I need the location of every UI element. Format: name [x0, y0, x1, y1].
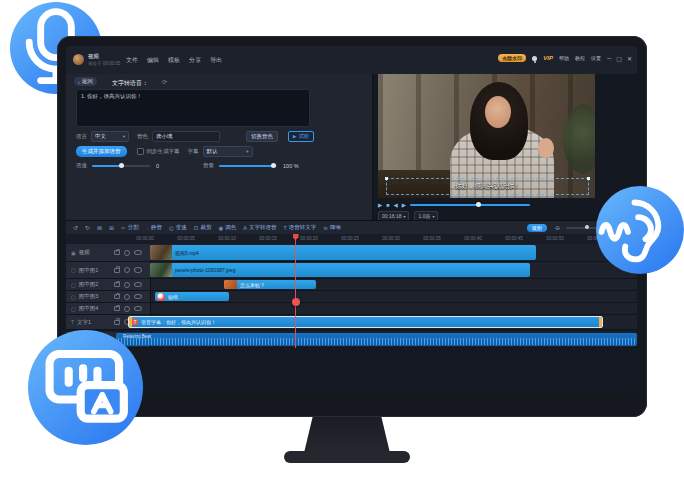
lock-icon[interactable]	[114, 320, 120, 325]
seek-slider[interactable]	[410, 204, 530, 206]
denoise-button[interactable]: ≋ 降噪	[323, 224, 341, 231]
clip-trim-handle-right[interactable]	[599, 317, 602, 327]
timeline-zoom-slider[interactable]	[566, 227, 596, 229]
lock-icon[interactable]	[114, 294, 120, 299]
duplicate-icon[interactable]: ⊞	[109, 224, 114, 231]
prev-frame-button[interactable]: ◀	[394, 202, 398, 208]
lock-icon[interactable]	[114, 306, 120, 311]
sync-subtitle-checkbox[interactable]	[137, 148, 144, 155]
scissors-icon: ✂	[121, 225, 126, 231]
menu-item-tutorial[interactable]: 教程	[575, 55, 585, 61]
track-header-pip3[interactable]: ▢ 图中图3	[66, 291, 151, 302]
text-to-speech-button[interactable]: A 文字转语音	[243, 224, 276, 231]
speed-slider[interactable]	[92, 165, 150, 167]
video-preview[interactable]: 你好，很高兴认识你！	[378, 74, 595, 198]
change-voice-button[interactable]: 切换音色	[246, 131, 278, 142]
track-header-pip1[interactable]: ▢ 图中图1	[66, 262, 151, 278]
stop-button[interactable]: ■	[386, 202, 389, 208]
tts-panel: ‹ 返回 文字转语音： ⟳ 1. 你好，很高兴认识你！ 语言 中文 ▾ 音色 龚…	[66, 74, 373, 220]
clip-subtitle-selected[interactable]: T 语音字幕：你好，很高兴认识你！	[128, 316, 603, 328]
generate-voice-button[interactable]: 生成并添加语音	[76, 146, 127, 157]
menu-item-file[interactable]: 文件	[126, 56, 138, 65]
voice-label: 音色	[137, 133, 148, 140]
clip-pip3-sticker[interactable]: 贴纸	[155, 292, 229, 301]
refresh-icon[interactable]: ⟳	[162, 78, 167, 85]
track-header-video[interactable]: ▣ 视频	[66, 244, 151, 261]
selection-handle[interactable]	[385, 177, 388, 180]
playhead-marker[interactable]	[292, 298, 300, 306]
clip-label: 语音字幕：你好，很高兴认识你！	[141, 319, 216, 325]
selection-handle[interactable]	[587, 177, 590, 180]
preview-voice-button[interactable]: ▶ 试听	[288, 131, 314, 142]
speed-button[interactable]: ◴ 变速	[169, 224, 187, 231]
playhead[interactable]	[295, 234, 296, 348]
close-button[interactable]: ✕	[627, 55, 632, 62]
tts-panel-title: 文字转语音：	[112, 79, 148, 88]
crop-button[interactable]: ⊡ 裁剪	[194, 224, 212, 231]
lock-icon[interactable]	[114, 282, 120, 287]
menu-item-share[interactable]: 分享	[189, 56, 201, 65]
zoom-out-icon[interactable]: ⊖	[555, 224, 560, 231]
language-select[interactable]: 中文 ▾	[91, 131, 129, 142]
eye-icon[interactable]	[134, 250, 142, 256]
window-controls: ─ ▢ ✕	[607, 55, 632, 62]
menu-item-export[interactable]: 导出	[210, 56, 222, 65]
split-button[interactable]: ✂ 分割	[121, 224, 139, 231]
delete-icon[interactable]: ⊠	[97, 224, 102, 231]
voice-field[interactable]: 龚小璃	[152, 131, 220, 142]
mute-button[interactable]: ◌ 静音	[146, 224, 162, 231]
menu-item-template[interactable]: 模板	[168, 56, 180, 65]
preview-subtitle-text[interactable]: 你好，很高兴认识你！	[455, 182, 520, 191]
clip-trim-handle-left[interactable]	[129, 317, 132, 327]
eye-icon[interactable]	[134, 267, 142, 273]
subtitle-selection-box[interactable]: 你好，很高兴认识你！	[386, 178, 589, 195]
volume-slider[interactable]	[219, 165, 277, 167]
ruler-label: 00:00:20	[300, 236, 318, 241]
notification-bell-icon[interactable]	[532, 56, 537, 61]
speech-to-text-button[interactable]: T 语音转文字	[283, 224, 316, 231]
ruler-label: 00:00:05	[177, 236, 195, 241]
tts-icon: A	[243, 225, 247, 231]
remove-watermark-button[interactable]: 去除水印	[498, 54, 526, 62]
lock-icon[interactable]	[114, 250, 120, 255]
avatar[interactable]	[73, 54, 84, 65]
track-header-pip4[interactable]: ▢ 图中图4	[66, 303, 151, 314]
eye-icon[interactable]	[134, 282, 142, 288]
mute-track-icon[interactable]	[124, 306, 130, 312]
ruler-label: 00:00:15	[259, 236, 277, 241]
vip-badge[interactable]: VIP	[543, 55, 553, 61]
track-video: ▣ 视频 视频5.mp4	[66, 244, 637, 262]
mute-track-icon[interactable]	[124, 294, 130, 300]
menu-item-help[interactable]: 帮助	[559, 55, 569, 61]
back-button[interactable]: ‹ 返回	[74, 77, 97, 86]
clip-pip1[interactable]: pexels-photo-1090387.jpeg	[150, 263, 530, 277]
eye-icon[interactable]	[134, 294, 142, 300]
next-frame-button[interactable]: ▶	[402, 202, 406, 208]
clip-audio[interactable]: Relaxing Beat	[116, 333, 637, 346]
track-pip2: ▢ 图中图2 怎么发帖？	[66, 279, 637, 291]
clip-video[interactable]: 视频5.mp4	[150, 245, 536, 260]
language-value: 中文	[95, 133, 106, 140]
maximize-button[interactable]: ▢	[616, 55, 622, 62]
mute-track-icon[interactable]	[124, 250, 130, 256]
eye-icon[interactable]	[134, 306, 142, 312]
mute-track-icon[interactable]	[124, 267, 130, 273]
track-name: 图中图3	[79, 293, 99, 300]
menu-item-settings[interactable]: 设置	[591, 55, 601, 61]
project-title: 视频	[88, 53, 99, 60]
tts-script-input[interactable]: 1. 你好，很高兴认识你！	[76, 89, 310, 127]
subtitle-style-select[interactable]: 默认 ▾	[203, 146, 253, 157]
snap-toggle[interactable]: 吸附	[527, 224, 547, 232]
color-button[interactable]: ◉ 调色	[218, 224, 236, 231]
listening-bubble	[596, 186, 684, 274]
undo-icon[interactable]: ↺	[73, 224, 78, 231]
track-header-pip2[interactable]: ▢ 图中图2	[66, 279, 151, 290]
menu-item-edit[interactable]: 编辑	[147, 56, 159, 65]
lock-icon[interactable]	[114, 268, 120, 273]
marketing-banner: 视频 保存于 09:00:05 文件 编辑 模板 分享 导出 去除水印 VIP …	[0, 0, 684, 478]
play-button[interactable]: ▶	[378, 202, 382, 208]
minimize-button[interactable]: ─	[607, 55, 611, 62]
redo-icon[interactable]: ↻	[85, 224, 90, 231]
clip-pip2[interactable]: 怎么发帖？	[224, 280, 316, 289]
mute-track-icon[interactable]	[124, 282, 130, 288]
